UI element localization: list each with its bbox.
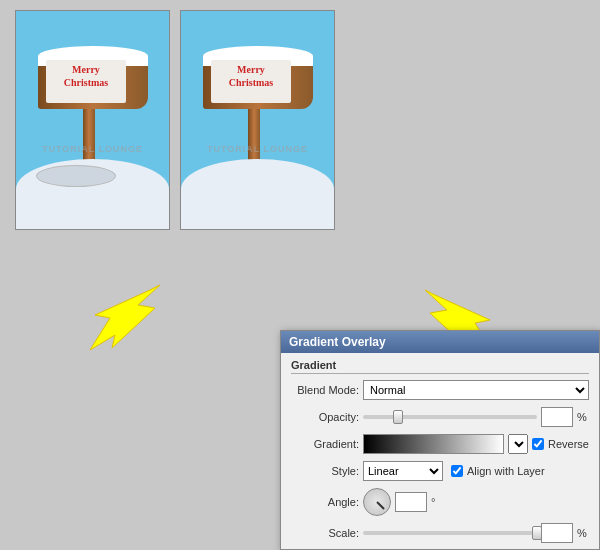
style-row: Style: Linear Radial Angle Align with La… <box>291 461 589 481</box>
angle-dial[interactable] <box>363 488 391 516</box>
dialog-section-label: Gradient <box>291 359 589 374</box>
gradient-preview[interactable] <box>363 434 504 454</box>
opacity-row: Opacity: 20 % <box>291 407 589 427</box>
shadow-ellipse-left <box>36 165 116 187</box>
scale-label: Scale: <box>291 527 359 539</box>
watermark-right: TUTORIAL LOUNGE <box>181 144 334 154</box>
align-checkbox[interactable] <box>451 465 463 477</box>
scale-pct: % <box>577 527 589 539</box>
card-before: Merry Christmas TUTORIAL LOUNGE <box>15 10 170 230</box>
angle-input[interactable]: 45 <box>395 492 427 512</box>
watermark-left: TUTORIAL LOUNGE <box>16 144 169 154</box>
gradient-label: Gradient: <box>291 438 359 450</box>
dialog-content: Gradient Blend Mode: Normal Multiply Scr… <box>281 353 599 550</box>
reverse-label: Reverse <box>548 438 589 450</box>
arrow-left <box>80 280 160 360</box>
opacity-slider-track[interactable] <box>363 415 537 419</box>
dialog-title: Gradient Overlay <box>289 335 386 349</box>
cards-area: Merry Christmas TUTORIAL LOUNGE Merry Ch… <box>0 0 600 240</box>
sign-board-left: Merry Christmas <box>38 54 148 109</box>
opacity-pct: % <box>577 411 589 423</box>
reverse-checkbox[interactable] <box>532 438 544 450</box>
gradient-dropdown[interactable]: ▼ <box>508 434 528 454</box>
gradient-overlay-dialog: Gradient Overlay Gradient Blend Mode: No… <box>280 330 600 550</box>
scale-row: Scale: 150 % <box>291 523 589 543</box>
style-label: Style: <box>291 465 359 477</box>
sign-text-right: Merry Christmas <box>211 63 291 89</box>
sign-board-right: Merry Christmas <box>203 54 313 109</box>
snow-ground-right <box>181 159 334 229</box>
dialog-titlebar[interactable]: Gradient Overlay <box>281 331 599 353</box>
sign-white-left: Merry Christmas <box>46 60 126 103</box>
angle-deg: ° <box>431 496 443 508</box>
scale-input[interactable]: 150 <box>541 523 573 543</box>
opacity-label: Opacity: <box>291 411 359 423</box>
card-after: Merry Christmas TUTORIAL LOUNGE <box>180 10 335 230</box>
sign-white-right: Merry Christmas <box>211 60 291 103</box>
gradient-row: Gradient: ▼ Reverse <box>291 434 589 454</box>
style-select[interactable]: Linear Radial Angle <box>363 461 443 481</box>
scale-slider-track[interactable] <box>363 531 537 535</box>
blend-mode-label: Blend Mode: <box>291 384 359 396</box>
opacity-input[interactable]: 20 <box>541 407 573 427</box>
align-label: Align with Layer <box>467 465 545 477</box>
angle-row: Angle: 45 ° <box>291 488 589 516</box>
opacity-slider-thumb[interactable] <box>393 410 403 424</box>
align-row: Align with Layer <box>451 465 545 477</box>
angle-label: Angle: <box>291 496 359 508</box>
blend-mode-row: Blend Mode: Normal Multiply Screen <box>291 380 589 400</box>
blend-mode-select[interactable]: Normal Multiply Screen <box>363 380 589 400</box>
sign-text-left: Merry Christmas <box>46 63 126 89</box>
scale-slider-thumb[interactable] <box>532 526 542 540</box>
svg-marker-0 <box>90 285 160 350</box>
